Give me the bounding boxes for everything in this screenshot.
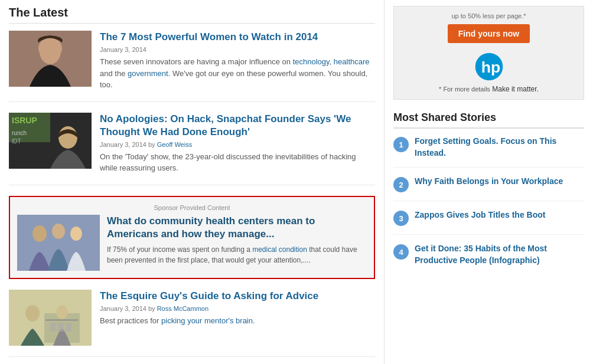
shared-item: 2 Why Faith Belongs in Your Workplace <box>393 176 584 201</box>
article-meta: January 3, 2014 by Geoff Weiss <box>100 141 375 148</box>
sponsored-more-link[interactable]: .... <box>303 256 311 264</box>
svg-rect-18 <box>50 323 56 332</box>
shared-article-link[interactable]: Forget Setting Goals. Focus on This Inst… <box>415 136 584 159</box>
article-title-link[interactable]: The Esquire Guy's Guide to Asking for Ad… <box>100 290 375 303</box>
ad-block: up to 50% less per page.* Find yours now… <box>393 6 584 100</box>
article-content: No Apologies: On Hack, Snapchat Founder … <box>100 113 375 174</box>
svg-point-16 <box>56 305 68 319</box>
sponsored-content-box: Sponsor Provided Content <box>9 196 375 279</box>
sponsored-row: What do community health centers mean to… <box>17 215 367 271</box>
sponsored-inner: Sponsor Provided Content <box>17 204 367 271</box>
ad-text: up to 50% less per page.* <box>400 12 578 19</box>
article-content: The 7 Most Powerful Women to Watch in 20… <box>100 31 375 91</box>
author-link[interactable]: Geoff Weiss <box>157 141 193 148</box>
shared-article-link[interactable]: Zappos Gives Job Titles the Boot <box>415 209 545 221</box>
article-item: ISRUP runch lDT No Apologies: On Hack, S… <box>9 113 375 185</box>
ad-tagline-text: Make it matter. <box>492 85 539 93</box>
sidebar: up to 50% less per page.* Find yours now… <box>384 0 593 364</box>
shared-article-link[interactable]: Why Faith Belongs in Your Workplace <box>415 176 563 188</box>
shared-rank: 2 <box>393 177 409 192</box>
article-title-link[interactable]: No Apologies: On Hack, Snapchat Founder … <box>100 113 375 139</box>
article-item: The 7 Most Powerful Women to Watch in 20… <box>9 31 375 102</box>
sponsored-title[interactable]: What do community health centers mean to… <box>107 215 367 241</box>
summary-link-2[interactable]: healthcare <box>334 57 370 66</box>
ad-button[interactable]: Find yours now <box>448 24 530 43</box>
sponsored-content-text: What do community health centers mean to… <box>107 215 367 271</box>
hp-tagline: * For more details Make it matter. <box>400 85 578 93</box>
ad-details-link[interactable]: * For more details <box>439 86 490 93</box>
hp-logo: hp <box>400 52 578 81</box>
summary-link[interactable]: picking your mentor's brain <box>161 316 253 325</box>
article-summary: These seven innovators are having a majo… <box>100 56 375 91</box>
article-summary: Best practices for picking your mentor's… <box>100 315 375 327</box>
article-meta: January 3, 2014 <box>100 46 375 53</box>
sponsor-label: Sponsor Provided Content <box>17 204 367 211</box>
sponsored-thumbnail <box>17 215 100 271</box>
shared-article-link[interactable]: Get it Done: 35 Habits of the Most Produ… <box>415 243 584 266</box>
svg-text:runch: runch <box>12 130 27 136</box>
svg-point-11 <box>52 224 65 239</box>
article-thumbnail <box>9 290 92 346</box>
shared-item: 4 Get it Done: 35 Habits of the Most Pro… <box>393 243 584 274</box>
svg-text:lDT: lDT <box>12 138 21 145</box>
article-item: The Esquire Guy's Guide to Asking for Ad… <box>9 290 375 357</box>
svg-text:ISRUP: ISRUP <box>12 116 37 125</box>
shared-rank: 4 <box>393 244 409 260</box>
svg-text:hp: hp <box>481 58 500 76</box>
summary-link[interactable]: technology <box>293 57 330 66</box>
sponsored-summary: If 75% of your income was spent on fundi… <box>107 244 367 265</box>
shared-rank: 1 <box>393 137 409 152</box>
section-title: The Latest <box>9 6 375 24</box>
svg-point-12 <box>70 227 82 241</box>
svg-point-2 <box>38 38 62 59</box>
main-content: The Latest The 7 Most Powerful Women to … <box>0 0 384 364</box>
sponsored-link[interactable]: medical condition <box>252 245 307 254</box>
svg-point-15 <box>25 305 40 322</box>
svg-rect-19 <box>58 323 64 332</box>
article-thumbnail: ISRUP runch lDT <box>9 113 92 169</box>
article-thumbnail <box>9 31 92 87</box>
svg-point-10 <box>32 225 47 242</box>
summary-link-3[interactable]: government <box>128 69 168 78</box>
shared-rank: 3 <box>393 211 409 226</box>
article-content: The Esquire Guy's Guide to Asking for Ad… <box>100 290 375 346</box>
svg-rect-20 <box>66 323 71 332</box>
shared-item: 3 Zappos Gives Job Titles the Boot <box>393 209 584 235</box>
most-shared-title: Most Shared Stories <box>393 112 584 129</box>
shared-item: 1 Forget Setting Goals. Focus on This In… <box>393 136 584 168</box>
most-shared-section: Most Shared Stories 1 Forget Setting Goa… <box>393 112 584 274</box>
article-title-link[interactable]: The 7 Most Powerful Women to Watch in 20… <box>100 31 375 44</box>
article-summary: On the 'Today' show, the 23-year-old dis… <box>100 151 375 174</box>
svg-rect-17 <box>45 319 78 321</box>
author-link[interactable]: Ross McCammon <box>157 305 208 312</box>
article-meta: January 3, 2014 by Ross McCammon <box>100 305 375 312</box>
